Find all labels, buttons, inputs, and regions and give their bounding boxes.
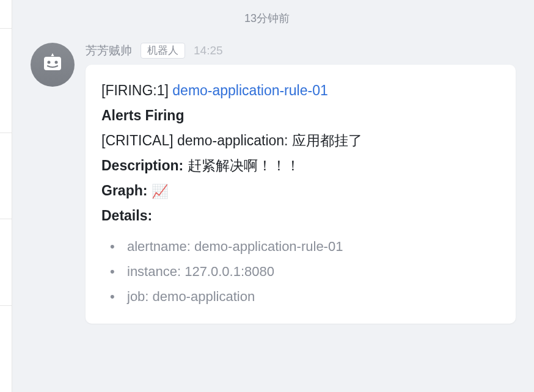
graph-line: Graph: 📈 — [101, 178, 500, 203]
message-row: 芳芳贼帅 机器人 14:25 [FIRING:1] demo-applicati… — [0, 43, 534, 324]
sender-name: 芳芳贼帅 — [86, 43, 132, 59]
critical-line: [CRITICAL] demo-application: 应用都挂了 — [101, 128, 500, 153]
details-label: Details: — [101, 203, 500, 228]
description-label: Description: — [101, 158, 188, 173]
message-header: 芳芳贼帅 机器人 14:25 — [86, 43, 516, 59]
description-value: 赶紧解决啊！！！ — [188, 158, 300, 173]
list-item: alertname: demo-application-rule-01 — [110, 234, 500, 260]
svg-point-1 — [55, 61, 58, 64]
graph-label: Graph: — [101, 183, 152, 198]
firing-line: [FIRING:1] demo-application-rule-01 — [101, 78, 500, 103]
details-list: alertname: demo-application-rule-01insta… — [101, 234, 500, 309]
relative-timestamp: 13分钟前 — [0, 0, 534, 43]
left-rail — [0, 0, 12, 392]
description-line: Description: 赶紧解决啊！！！ — [101, 153, 500, 178]
alerts-firing-heading: Alerts Firing — [101, 103, 500, 128]
list-item: job: demo-application — [110, 285, 500, 310]
svg-point-0 — [48, 61, 51, 64]
bot-avatar-icon — [39, 51, 66, 78]
bot-badge: 机器人 — [141, 43, 185, 59]
message-time: 14:25 — [194, 44, 223, 57]
chart-increasing-icon[interactable]: 📈 — [152, 184, 168, 199]
message-content: 芳芳贼帅 机器人 14:25 [FIRING:1] demo-applicati… — [86, 43, 516, 324]
list-item: instance: 127.0.0.1:8080 — [110, 260, 500, 285]
alert-card: [FIRING:1] demo-application-rule-01 Aler… — [86, 65, 516, 324]
firing-prefix: [FIRING:1] — [101, 82, 172, 98]
avatar — [31, 43, 75, 87]
rule-link[interactable]: demo-application-rule-01 — [172, 82, 327, 98]
